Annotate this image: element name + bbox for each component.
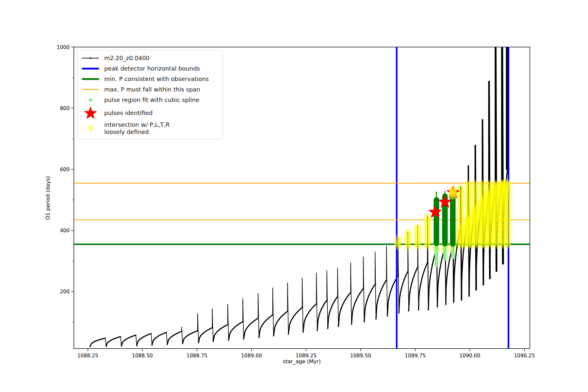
x-tick-label: 1088.75 <box>187 353 207 359</box>
y-tick-label: 1000 <box>57 44 70 50</box>
y-tick-label: 800 <box>60 106 70 111</box>
legend-label: max. P must fall within this span <box>104 86 200 93</box>
legend-label: peak detector horizontal bounds <box>104 65 200 72</box>
x-tick-label: 1089.25 <box>296 353 317 359</box>
intersection-top-blob <box>449 186 457 199</box>
legend-label: min. P consistent with observations <box>104 75 209 83</box>
legend-item-1: peak detector horizontal bounds <box>81 64 218 74</box>
legend-item-2: min. P consistent with observations <box>81 74 218 84</box>
x-tick-label: 1090.25 <box>514 353 535 359</box>
legend-marker-line-icon <box>81 86 100 93</box>
x-tick-label: 1088.50 <box>132 353 153 359</box>
legend-marker-dot-icon <box>81 96 100 104</box>
y-tick-label: 600 <box>60 167 70 172</box>
legend-label: m2.20_z0.0400 <box>104 55 150 62</box>
figure: 1088.251088.501088.751089.001089.251089.… <box>0 0 588 392</box>
legend-marker-line-dot-icon <box>81 55 100 62</box>
legend-marker-big-dot-icon <box>81 123 100 133</box>
legend-item-6: intersection w/ P,L,T,R loosely defined <box>81 121 218 136</box>
legend-label: pulses identified <box>104 109 153 117</box>
legend-item-5: pulses identified <box>81 106 218 121</box>
x-tick-label: 1089.50 <box>350 353 371 359</box>
y-axis-label: O1 period (days) <box>45 176 51 220</box>
legend: m2.20_z0.0400peak detector horizontal bo… <box>77 50 223 139</box>
legend-label: intersection w/ P,L,T,R loosely defined <box>104 121 170 136</box>
legend-item-0: m2.20_z0.0400 <box>81 53 218 63</box>
x-tick-label: 1089.75 <box>405 353 426 359</box>
x-tick-label: 1088.25 <box>77 353 98 359</box>
legend-label: pulse region fit with cubic spline <box>104 96 199 104</box>
x-axis-label: star_age (Myr) <box>283 358 321 365</box>
legend-item-3: max. P must fall within this span <box>81 85 218 94</box>
legend-marker-star-icon <box>81 106 100 121</box>
legend-item-4: pulse region fit with cubic spline <box>81 95 218 105</box>
legend-marker-thick-line-icon <box>81 75 100 83</box>
x-tick-label: 1090.00 <box>459 353 480 359</box>
x-tick-label: 1089.00 <box>241 353 262 359</box>
y-tick-label: 200 <box>60 289 70 295</box>
legend-marker-thick-line-icon <box>81 65 100 72</box>
y-tick-label: 400 <box>60 228 70 234</box>
